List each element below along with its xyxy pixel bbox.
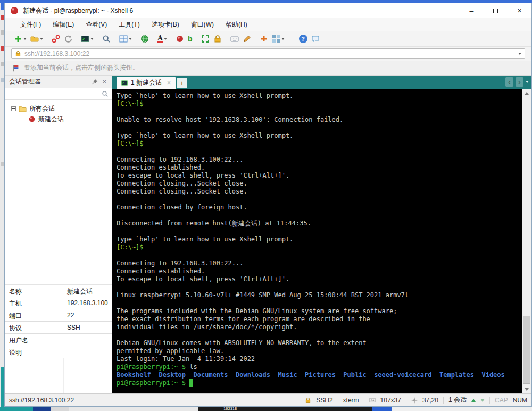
address-value: ssh://192.168.3.100:22 — [24, 50, 515, 57]
menu-file[interactable]: 文件(F) — [14, 18, 47, 31]
toolbar: A b — [5, 31, 531, 47]
xftp-icon: b — [188, 35, 193, 43]
session-ball-icon — [28, 115, 36, 123]
minimize-button[interactable]: – — [460, 3, 484, 18]
open-session-button[interactable] — [29, 32, 45, 45]
tree-root-label: 所有会话 — [29, 104, 55, 113]
expand-icon — [201, 35, 210, 43]
title-bar: 新建会话 - pi@raspberrypi: ~ - Xshell 6 – × — [5, 3, 531, 18]
window-title: 新建会话 - pi@raspberrypi: ~ - Xshell 6 — [23, 6, 133, 15]
close-panel-button[interactable]: × — [100, 78, 109, 86]
pin-panel-button[interactable] — [89, 79, 100, 85]
open-session-dropdown-icon — [40, 38, 43, 40]
tree-item-all-sessions[interactable]: 所有会话 — [5, 103, 112, 114]
background-window-fragment-left — [0, 3, 4, 407]
terminal-area: 1 新建会话 × + ‹ › Type `help' to learn how … — [112, 76, 531, 393]
status-terminal-size: 107x37 — [380, 397, 401, 404]
screen: 10231B 新建会话 - pi@raspberrypi: ~ - Xshell… — [0, 0, 532, 411]
session-next-icon[interactable] — [480, 399, 485, 402]
close-button[interactable]: × — [508, 3, 531, 18]
xshell-session-button[interactable] — [174, 32, 186, 45]
search-icon — [102, 35, 111, 43]
layout-dropdown-icon — [129, 38, 132, 40]
sessions-folder-icon — [19, 105, 27, 112]
tab-scroll-right-button[interactable]: › — [516, 77, 523, 87]
xshell-window: 新建会话 - pi@raspberrypi: ~ - Xshell 6 – × … — [4, 3, 532, 407]
tab-scroll-left-button[interactable]: ‹ — [505, 77, 513, 87]
folder-icon — [30, 35, 39, 43]
tab-list-dropdown-icon[interactable] — [526, 81, 529, 83]
lock-icon — [213, 35, 222, 43]
session-properties: 名称 新建会话 主机 192.168.3.100 端口 22 协议 SSH 用户… — [5, 285, 112, 358]
tree-child-label: 新建会话 — [38, 115, 64, 124]
session-prev-icon[interactable] — [471, 399, 476, 402]
new-tab-button[interactable]: + — [177, 78, 187, 88]
status-term-type[interactable]: xterm — [343, 397, 359, 404]
property-row-description: 说明 — [5, 346, 112, 358]
web-button[interactable] — [139, 32, 151, 45]
flag-icon — [12, 64, 20, 72]
tree-item-new-session[interactable]: 新建会话 — [5, 114, 112, 124]
scrollbar-down-button[interactable] — [522, 385, 531, 393]
fullscreen-button[interactable] — [200, 32, 211, 45]
menu-tab[interactable]: 选项卡(B) — [146, 18, 185, 31]
address-input[interactable]: ssh://192.168.3.100:22 — [11, 48, 525, 59]
tab-close-icon[interactable]: × — [165, 79, 171, 87]
menu-edit[interactable]: 编辑(E) — [47, 18, 80, 31]
address-bar: ssh://192.168.3.100:22 — [5, 47, 531, 61]
property-row-host: 主机 192.168.3.100 — [5, 297, 112, 309]
address-lock-icon — [15, 51, 21, 57]
maximize-button[interactable] — [484, 3, 508, 18]
undo-icon — [64, 35, 72, 43]
feedback-button[interactable] — [310, 32, 321, 45]
tab-nav: ‹ › — [505, 77, 529, 87]
menu-window[interactable]: 窗口(W) — [185, 18, 220, 31]
terminal-screen[interactable]: Type `help' to learn how to use Xshell p… — [112, 89, 521, 393]
session-filter-input[interactable] — [5, 88, 112, 100]
keyboard-icon — [230, 35, 239, 43]
tile-windows-button[interactable] — [270, 32, 286, 45]
find-button[interactable] — [101, 32, 112, 45]
new-terminal-dropdown-icon — [90, 38, 94, 40]
status-right-cluster: SSH2 xterm 107x37 37,20 1 会话 CAP NUM — [300, 394, 527, 406]
tab-label: 1 新建会话 — [131, 78, 162, 87]
help-button[interactable]: ? — [297, 32, 309, 45]
disconnect-button[interactable] — [50, 32, 62, 45]
terminal-scrollbar[interactable] — [522, 89, 531, 393]
property-row-port: 端口 22 — [5, 309, 112, 322]
new-terminal-button[interactable] — [79, 32, 95, 45]
status-address: ssh://192.168.3.100:22 — [9, 397, 74, 404]
session-manager-header: 会话管理器 × — [5, 76, 112, 88]
status-encryption: SSH2 — [316, 397, 332, 404]
new-session-dropdown-icon — [23, 38, 27, 40]
split-layout-icon — [119, 35, 128, 43]
taskbar-fragment-text: 10231B — [198, 407, 372, 411]
layout-button[interactable] — [118, 32, 134, 45]
xftp-button[interactable]: b — [186, 32, 194, 45]
tree-expander-icon[interactable] — [11, 106, 16, 111]
menu-help[interactable]: 帮助(H) — [220, 18, 253, 31]
tab-bar: 1 新建会话 × + ‹ › — [112, 76, 531, 89]
font-button[interactable]: A — [156, 32, 169, 45]
new-session-button[interactable] — [12, 32, 28, 45]
tab-new-session[interactable]: 1 新建会话 × — [117, 77, 176, 89]
session-manager-panel: 会话管理器 × 所有会话 新建会话 — [5, 76, 112, 393]
scrollbar-thumb[interactable] — [523, 316, 530, 384]
quick-command-button[interactable] — [258, 32, 270, 45]
menu-tools[interactable]: 工具(T) — [113, 18, 145, 31]
menu-view[interactable]: 查看(V) — [80, 18, 113, 31]
pin-icon — [92, 79, 98, 85]
scroll-down-icon — [525, 388, 529, 391]
scrollbar-up-button[interactable] — [522, 89, 531, 97]
address-dropdown-icon[interactable] — [518, 53, 521, 55]
help-icon: ? — [299, 35, 307, 43]
menu-bar: 文件(F) 编辑(E) 查看(V) 工具(T) 选项卡(B) 窗口(W) 帮助(… — [5, 18, 531, 31]
globe-icon — [140, 35, 149, 43]
virtual-keyboard-button[interactable] — [229, 32, 240, 45]
compose-button[interactable] — [241, 32, 253, 45]
background-taskbar-fragment: 10231B — [0, 407, 532, 411]
reconnect-button[interactable] — [62, 32, 74, 45]
filter-search-icon — [102, 90, 109, 97]
lock-screen-button[interactable] — [212, 32, 223, 45]
terminal-icon — [81, 35, 89, 43]
